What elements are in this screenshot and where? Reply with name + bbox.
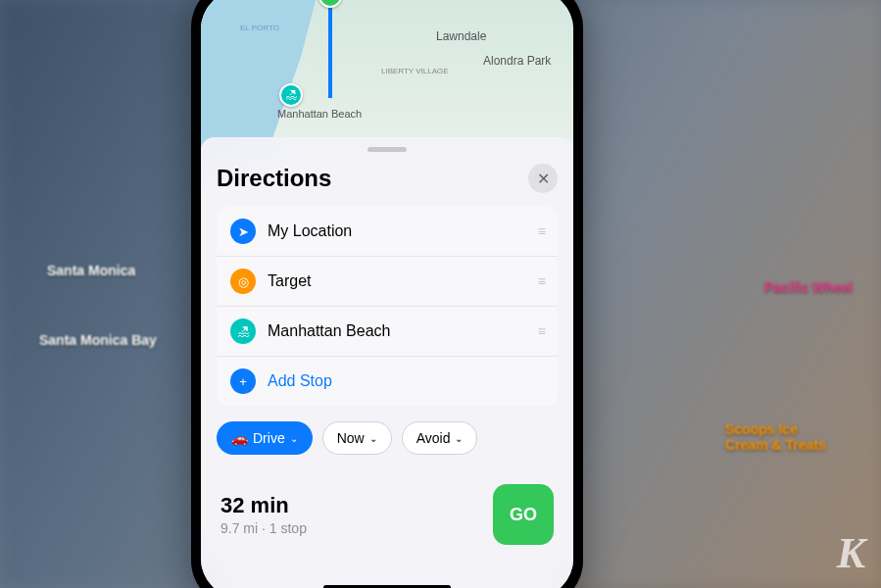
stop-label: Manhattan Beach (268, 322, 538, 340)
bg-label: Santa Monica Bay (39, 332, 157, 348)
beach-icon: 🏖 (230, 318, 256, 344)
phone-frame: 1 🏖 EL PORTO Manhattan Beach Lawndale LI… (191, 0, 583, 588)
route-start-marker: 1 (318, 0, 342, 8)
add-stop-button[interactable]: + Add Stop (217, 357, 558, 406)
panel-header: Directions ✕ (217, 164, 558, 193)
stop-my-location[interactable]: ➤ My Location ≡ (217, 207, 558, 257)
marker-number: 1 (327, 0, 334, 3)
avoid-label: Avoid (416, 430, 451, 446)
time-label: Now (337, 430, 365, 446)
time-pill[interactable]: Now ⌄ (322, 421, 392, 455)
panel-title: Directions (217, 165, 331, 192)
avoid-pill[interactable]: Avoid ⌄ (402, 421, 478, 455)
go-label: GO (510, 505, 537, 525)
directions-panel: Directions ✕ ➤ My Location ≡ ◎ Target ≡ … (201, 137, 573, 588)
chevron-down-icon: ⌄ (290, 433, 298, 444)
stops-list: ➤ My Location ≡ ◎ Target ≡ 🏖 Manhattan B… (217, 207, 558, 406)
map-water (201, 0, 368, 152)
watermark: K (837, 528, 865, 578)
bg-label: Santa Monica (47, 263, 135, 278)
go-button[interactable]: GO (493, 484, 554, 545)
plus-icon: + (230, 368, 256, 394)
map-label: Manhattan Beach (277, 108, 362, 120)
target-icon: ◎ (230, 269, 256, 294)
stop-label: Target (268, 272, 538, 290)
add-stop-label: Add Stop (268, 372, 544, 390)
bg-label: Pacific Wheel (764, 279, 853, 295)
destination-marker: 🏖 (279, 83, 303, 107)
map-label: EL PORTO (240, 24, 279, 32)
close-button[interactable]: ✕ (528, 164, 558, 193)
chevron-down-icon: ⌄ (369, 433, 377, 444)
close-icon: ✕ (537, 170, 550, 188)
chevron-down-icon: ⌄ (455, 433, 463, 444)
phone-screen: 1 🏖 EL PORTO Manhattan Beach Lawndale LI… (201, 0, 573, 588)
panel-grabber[interactable] (367, 147, 407, 152)
mode-drive-pill[interactable]: 🚗 Drive ⌄ (217, 421, 313, 455)
car-icon: 🚗 (231, 430, 248, 446)
mode-label: Drive (253, 430, 285, 446)
drag-handle-icon[interactable]: ≡ (538, 223, 544, 239)
drag-handle-icon[interactable]: ≡ (538, 323, 544, 339)
map-label: Lawndale (436, 29, 486, 43)
duration-label: 32 min (220, 493, 307, 518)
options-row: 🚗 Drive ⌄ Now ⌄ Avoid ⌄ (217, 421, 558, 455)
bg-label: Scoops Ice Cream & Treats (725, 421, 843, 453)
stop-label: My Location (268, 222, 538, 240)
location-arrow-icon: ➤ (230, 219, 256, 244)
route-line (328, 0, 332, 98)
stop-target[interactable]: ◎ Target ≡ (217, 257, 558, 307)
map-label: LIBERTY VILLAGE (381, 67, 449, 75)
route-summary: 32 min 9.7 mi · 1 stop GO (217, 484, 558, 545)
stop-manhattan-beach[interactable]: 🏖 Manhattan Beach ≡ (217, 307, 558, 357)
map-view[interactable]: 1 🏖 EL PORTO Manhattan Beach Lawndale LI… (201, 0, 573, 152)
map-label: Alondra Park (483, 54, 551, 68)
summary-text: 32 min 9.7 mi · 1 stop (220, 493, 307, 536)
drag-handle-icon[interactable]: ≡ (538, 273, 544, 289)
detail-label: 9.7 mi · 1 stop (220, 520, 307, 536)
